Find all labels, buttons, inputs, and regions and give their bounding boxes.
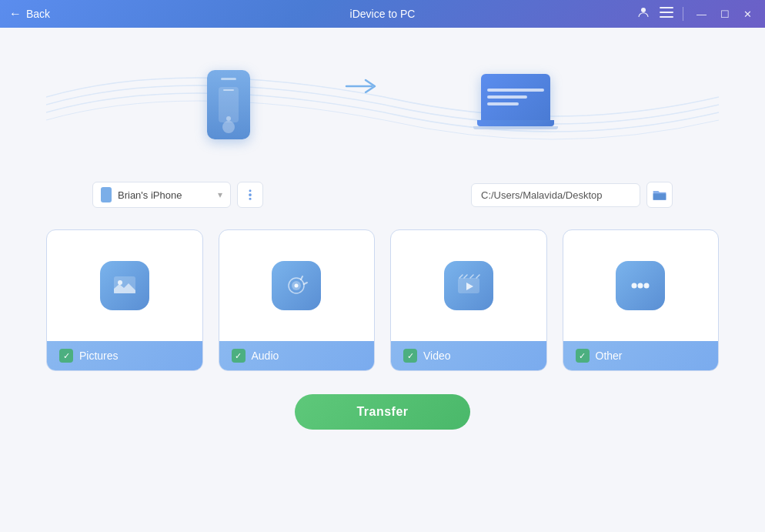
pictures-icon [100, 261, 149, 310]
maximize-button[interactable]: ☐ [717, 7, 733, 22]
title-bar: ← Back iDevice to PC — ☐ ✕ [0, 0, 765, 28]
device-name: Brian's iPhone [118, 189, 212, 201]
app-title: iDevice to PC [350, 8, 416, 20]
phone-icon [207, 70, 250, 139]
video-card-body [444, 230, 493, 341]
user-icon[interactable] [636, 5, 650, 22]
svg-rect-1 [660, 7, 673, 8]
folder-button[interactable] [646, 182, 673, 208]
pictures-label: Pictures [79, 350, 119, 362]
back-button[interactable]: ← Back [9, 7, 50, 21]
selector-row: Brian's iPhone ▾ C:/Users/Malavida/Deskt… [46, 182, 719, 208]
other-checkbox[interactable]: ✓ [576, 349, 590, 363]
other-card[interactable]: ✓ Other [563, 229, 720, 371]
svg-point-11 [118, 280, 122, 285]
menu-icon[interactable] [660, 7, 673, 21]
pictures-card-body [100, 230, 149, 341]
pictures-checkbox[interactable]: ✓ [59, 349, 73, 363]
audio-card[interactable]: ✓ Audio [219, 229, 376, 371]
video-label: Video [423, 350, 451, 362]
background-lines [46, 51, 719, 159]
other-card-footer: ✓ Other [563, 341, 719, 370]
laptop-icon [473, 74, 558, 136]
other-label: Other [596, 350, 623, 362]
svg-rect-5 [223, 89, 234, 91]
audio-card-footer: ✓ Audio [219, 341, 375, 370]
svg-rect-3 [660, 16, 673, 18]
svg-point-7 [249, 193, 252, 196]
svg-point-19 [644, 283, 650, 289]
svg-point-14 [295, 284, 299, 288]
transfer-arrow-icon [342, 75, 381, 104]
audio-label: Audio [252, 350, 279, 362]
pictures-card-footer: ✓ Pictures [47, 341, 202, 370]
source-device [207, 70, 250, 139]
settings-button[interactable] [237, 182, 263, 208]
divider [683, 7, 683, 21]
title-bar-right: — ☐ ✕ [636, 5, 756, 22]
dropdown-chevron-icon: ▾ [218, 189, 222, 200]
pictures-card[interactable]: ✓ Pictures [46, 229, 203, 371]
source-selector: Brian's iPhone ▾ [92, 182, 263, 208]
audio-checkbox[interactable]: ✓ [232, 349, 246, 363]
phone-small-icon [101, 187, 112, 202]
svg-point-6 [226, 116, 231, 121]
category-cards: ✓ Pictures ✓ Audio [46, 229, 719, 371]
device-dropdown[interactable]: Brian's iPhone ▾ [92, 182, 231, 208]
dest-device [473, 74, 558, 136]
minimize-button[interactable]: — [693, 7, 710, 22]
window-controls: — ☐ ✕ [693, 7, 756, 22]
svg-point-17 [632, 283, 637, 289]
video-card[interactable]: ✓ Video [390, 229, 547, 371]
transfer-diagram [46, 51, 719, 159]
svg-point-0 [641, 8, 646, 12]
audio-icon [272, 261, 321, 310]
destination-path[interactable]: C:/Users/Malavida/Desktop [471, 183, 640, 207]
main-content: Brian's iPhone ▾ C:/Users/Malavida/Deskt… [0, 28, 765, 532]
video-card-footer: ✓ Video [391, 341, 546, 370]
close-button[interactable]: ✕ [740, 7, 756, 22]
back-label: Back [26, 8, 50, 20]
svg-point-9 [249, 198, 252, 200]
svg-point-18 [638, 283, 643, 289]
back-arrow-icon: ← [9, 7, 22, 21]
other-icon [616, 261, 665, 310]
other-card-body [616, 230, 665, 341]
svg-rect-2 [660, 12, 673, 13]
audio-card-body [272, 230, 321, 341]
dest-selector: C:/Users/Malavida/Desktop [471, 182, 673, 208]
video-icon [444, 261, 493, 310]
video-checkbox[interactable]: ✓ [403, 349, 417, 363]
svg-point-8 [249, 189, 252, 192]
transfer-button[interactable]: Transfer [295, 394, 469, 430]
